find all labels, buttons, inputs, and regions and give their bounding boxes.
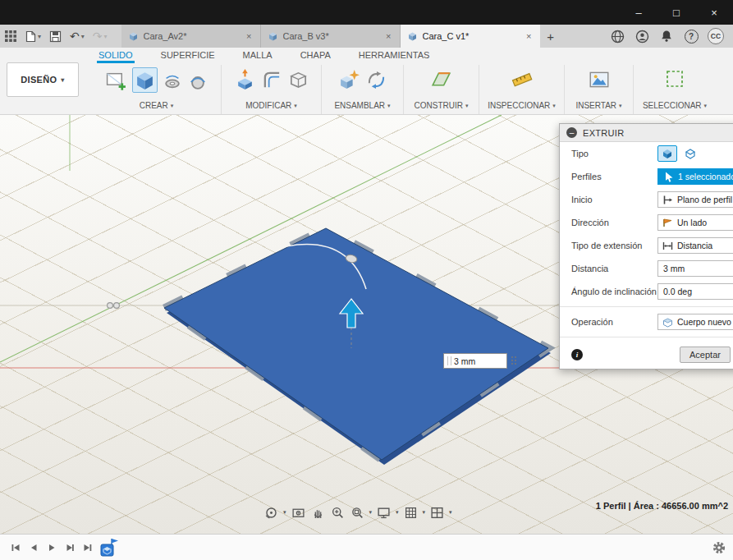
close-button[interactable]: × xyxy=(695,0,733,25)
chevron-down-icon: ▾ xyxy=(465,103,469,109)
extent-type-value: Distancia xyxy=(677,241,712,250)
tab-superficie[interactable]: SUPERFICIE xyxy=(159,49,217,63)
look-at-button[interactable] xyxy=(290,505,307,521)
save-button[interactable] xyxy=(45,25,66,48)
redo-button[interactable]: ↷ ▾ xyxy=(89,25,112,48)
group-inspeccionar-menu[interactable]: INSPECCIONAR ▾ xyxy=(488,101,556,110)
revolve-button[interactable] xyxy=(162,71,183,93)
press-pull-button[interactable] xyxy=(233,67,257,91)
tab-cara-av2[interactable]: Cara_Av2* × xyxy=(121,25,261,48)
tab-close-icon[interactable]: × xyxy=(384,31,392,41)
new-body-icon xyxy=(662,317,673,328)
direction-dropdown[interactable]: Un lado xyxy=(657,214,733,231)
plate-top-face[interactable] xyxy=(164,228,548,460)
group-modificar-menu[interactable]: MODIFICAR ▾ xyxy=(245,101,297,110)
measure-button[interactable] xyxy=(510,67,534,92)
chevron-down-icon[interactable]: ▾ xyxy=(369,509,373,516)
account-button[interactable]: CC xyxy=(705,28,726,44)
tab-malla[interactable]: MALLA xyxy=(241,49,274,63)
distance-inline-input[interactable]: 3 mm xyxy=(443,353,507,369)
insert-image-button[interactable] xyxy=(587,67,612,92)
group-insertar-menu[interactable]: INSERTAR ▾ xyxy=(575,101,621,110)
extent-type-dropdown[interactable]: Distancia xyxy=(657,237,733,254)
group-ensamblar-menu[interactable]: ENSAMBLAR ▾ xyxy=(334,101,390,110)
shell-button[interactable] xyxy=(287,69,309,91)
chevron-down-icon: ▾ xyxy=(704,103,708,109)
type-thin-extrude-button[interactable] xyxy=(680,145,700,162)
tab-close-icon[interactable]: × xyxy=(245,31,253,41)
tab-close-icon[interactable]: × xyxy=(525,31,533,41)
origin-icon[interactable] xyxy=(108,303,120,309)
step-forward-button[interactable] xyxy=(61,542,79,553)
tab-cara-c-active[interactable]: Cara_C v1* × xyxy=(401,25,540,48)
chevron-down-icon[interactable]: ▾ xyxy=(423,509,426,516)
tab-solido[interactable]: SOLIDO xyxy=(97,49,135,63)
drag-handle-icon[interactable] xyxy=(511,356,518,366)
maximize-button[interactable]: □ xyxy=(657,0,695,25)
extensions-button[interactable] xyxy=(607,30,628,44)
profiles-selection-chip[interactable]: 1 seleccionado xyxy=(657,168,733,185)
dimension-input-box: 3 mm xyxy=(443,353,518,369)
construction-plane-button[interactable] xyxy=(429,67,453,91)
tab-chapa[interactable]: CHAPA xyxy=(299,49,332,63)
help-button[interactable]: ? xyxy=(680,30,702,44)
chevron-down-icon[interactable]: ▾ xyxy=(449,509,452,516)
new-component-button[interactable] xyxy=(337,67,361,91)
group-seleccionar: SELECCIONAR ▾ xyxy=(634,65,716,114)
chevron-down-icon[interactable]: ▾ xyxy=(283,509,286,516)
taper-angle-input[interactable]: 0.0 deg xyxy=(657,283,733,300)
profile-plane-icon xyxy=(662,195,673,205)
play-button[interactable] xyxy=(43,542,61,553)
group-construir-menu[interactable]: CONSTRUIR ▾ xyxy=(415,101,469,110)
zoom-button[interactable] xyxy=(329,505,346,521)
extrude-dialog: – EXTRUIR Tipo Perfiles xyxy=(559,123,733,370)
new-component-icon xyxy=(338,68,360,90)
app-grid-icon[interactable] xyxy=(0,25,21,48)
joint-icon xyxy=(366,70,387,90)
new-tab-button[interactable]: + xyxy=(540,25,561,48)
go-to-end-button[interactable] xyxy=(79,542,97,553)
timeline-feature-marker[interactable] xyxy=(98,537,120,558)
type-solid-extrude-button[interactable] xyxy=(657,145,677,162)
grid-snap-button[interactable] xyxy=(402,505,419,521)
info-icon[interactable]: i xyxy=(571,349,583,360)
minimize-button[interactable]: – xyxy=(620,0,657,25)
undo-button[interactable]: ↶ ▾ xyxy=(66,25,89,48)
sweep-button[interactable] xyxy=(187,71,208,93)
group-seleccionar-menu[interactable]: SELECCIONAR ▾ xyxy=(643,101,707,110)
timeline-settings-button[interactable] xyxy=(712,540,726,555)
file-icon xyxy=(25,30,36,43)
step-back-button[interactable] xyxy=(25,542,43,553)
workspace-selector[interactable]: DISEÑO ▾ xyxy=(7,62,79,97)
display-settings-button[interactable] xyxy=(375,505,392,521)
one-side-icon xyxy=(662,218,673,228)
distance-input[interactable]: 3 mm xyxy=(657,260,733,277)
redo-icon: ↷ xyxy=(93,30,103,43)
file-menu-button[interactable]: ▾ xyxy=(21,25,45,48)
sketch-icon xyxy=(105,70,127,92)
tab-herramientas[interactable]: HERRAMIENTAS xyxy=(357,49,432,63)
pan-button[interactable] xyxy=(309,505,327,521)
orbit-button[interactable] xyxy=(263,505,280,521)
create-sketch-button[interactable] xyxy=(104,69,128,93)
extruded-body[interactable] xyxy=(164,228,551,465)
notifications-button[interactable] xyxy=(656,30,677,43)
accept-button[interactable]: Aceptar xyxy=(680,347,731,363)
collapse-icon[interactable]: – xyxy=(566,127,577,138)
start-dropdown[interactable]: Plano de perfil xyxy=(657,191,733,208)
joint-button[interactable] xyxy=(365,69,387,91)
fillet-button[interactable] xyxy=(261,69,283,91)
fit-button[interactable] xyxy=(349,505,366,521)
distance-icon xyxy=(662,241,673,251)
select-button[interactable] xyxy=(663,67,686,90)
viewports-button[interactable] xyxy=(428,505,446,521)
chevron-down-icon[interactable]: ▾ xyxy=(396,509,399,516)
tab-cara-b[interactable]: Cara_B v3* × xyxy=(261,25,401,48)
go-to-start-button[interactable] xyxy=(7,542,25,553)
dialog-header[interactable]: – EXTRUIR xyxy=(560,124,733,142)
group-crear-menu[interactable]: CREAR ▾ xyxy=(140,101,174,110)
solid-extrude-icon xyxy=(662,148,673,159)
profile-button[interactable] xyxy=(631,30,653,44)
operation-dropdown[interactable]: Cuerpo nuevo xyxy=(657,314,733,330)
extrude-button[interactable] xyxy=(132,67,158,93)
